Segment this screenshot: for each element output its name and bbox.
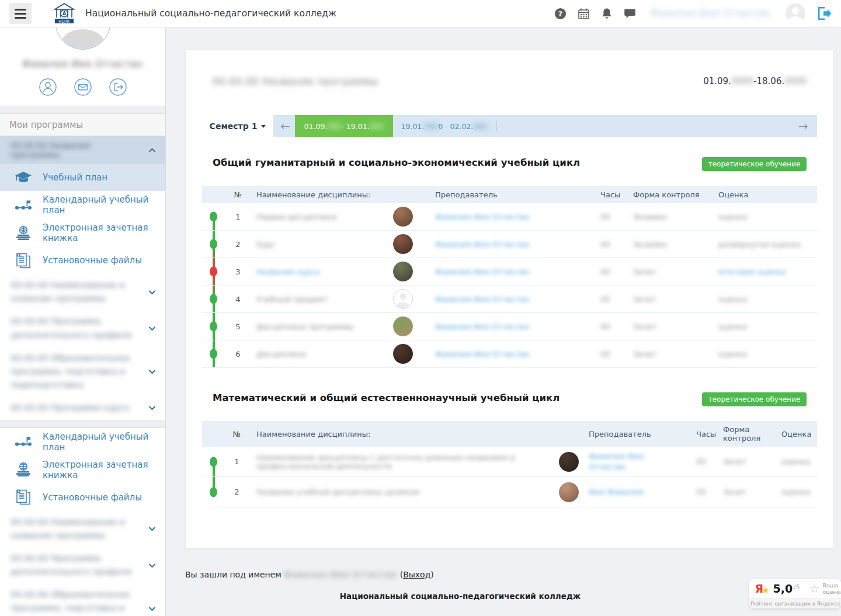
grade: оценка — [718, 350, 817, 359]
exit-icon[interactable] — [109, 78, 127, 96]
control-form-text: Зачет — [633, 267, 656, 276]
cycle-title: Общий гуманитарный и социально-экономиче… — [213, 157, 580, 168]
control-form-text: Зачет — [723, 457, 746, 466]
discipline-name-text: Дисциплина — [256, 350, 306, 359]
sidebar-item-grad-cap[interactable]: Учебный план — [0, 164, 165, 191]
milestones-icon — [13, 435, 34, 448]
prev-period-arrow[interactable]: ← — [280, 120, 290, 132]
teacher-name-text[interactable]: Фамилия Имя Отчество — [435, 213, 529, 221]
teacher-avatar[interactable] — [559, 482, 579, 502]
row-number: 4 — [225, 295, 256, 304]
teacher-avatar[interactable] — [559, 452, 579, 472]
sidebar-program-collapsed[interactable]: 00.00.00 Наименование и название програм… — [0, 274, 165, 310]
timeline-cell — [202, 286, 225, 312]
teacher-avatar[interactable] — [393, 316, 413, 336]
mail-icon[interactable] — [74, 78, 92, 96]
sidebar-item-label: Учебный план — [43, 172, 107, 183]
yandex-rating-widget[interactable]: Я ★ 5,0 /5 ☆ Вашаоценка Рейтинг организа… — [749, 579, 841, 608]
semester-period-tab[interactable]: 01.09.000 - 19.01.000 — [295, 115, 393, 137]
grade: оценка — [781, 488, 817, 496]
teacher-name-text[interactable]: Фамилия Имя Отчество — [435, 267, 529, 276]
help-icon[interactable]: ? — [554, 8, 567, 20]
teacher-name[interactable]: Фамилия Имя Отчество — [435, 350, 600, 359]
teacher-name-text[interactable]: Имя Фамилия — [589, 487, 643, 497]
files-icon — [13, 252, 34, 269]
timeline-cell — [202, 231, 225, 257]
chevron-down-icon — [148, 369, 156, 374]
teacher-name[interactable]: Имя Фамилия — [589, 487, 696, 497]
sidebar-item-milestones[interactable]: Календарный учебный план — [0, 428, 165, 456]
teacher-name[interactable]: Фамилия Имя Отчество — [435, 267, 600, 276]
program-name: 00.00.00 Наименование и название програм… — [11, 516, 135, 542]
control-form-text: Экзамен — [633, 240, 667, 249]
teacher-avatar[interactable] — [393, 262, 413, 281]
teacher-name[interactable]: Фамилия Имя Отчество — [435, 295, 600, 304]
sidebar-item-gradebook[interactable]: Электронная зачетная книжка — [0, 456, 165, 484]
sidebar-item-files[interactable]: Установочные файлы — [0, 247, 165, 274]
menu-button[interactable] — [9, 3, 32, 24]
sidebar-program-collapsed[interactable]: 00.00.00 Образовательная программа, подг… — [0, 583, 165, 616]
teacher-name[interactable]: Фамилия Имя Отчество — [435, 213, 600, 221]
bell-icon[interactable] — [601, 8, 613, 20]
control-form-text: Экзамен — [633, 213, 667, 221]
training-type-badge: теоретическое обучение — [702, 157, 807, 171]
grade[interactable]: итоговая оценка — [718, 267, 817, 276]
teacher-name[interactable]: Фамилия Имя Отчество — [435, 322, 600, 331]
teacher-name-text[interactable]: Фамилия Имя Отчество — [435, 322, 529, 331]
teacher-name-text[interactable]: Фамилия Имя Отчество — [435, 240, 529, 249]
sidebar-program-collapsed[interactable]: 00.00.00 Программа дополнительного профи… — [0, 310, 165, 346]
logout-icon[interactable] — [816, 6, 832, 20]
teacher-avatar[interactable] — [393, 289, 413, 309]
profile-icon[interactable] — [39, 78, 57, 96]
discipline-name-text: Первая дисциплина — [256, 213, 336, 221]
empty-star-icon[interactable]: ☆ — [809, 583, 819, 594]
semester-period-tab[interactable]: 19.01.0000 - 02.02.000 — [393, 122, 496, 131]
teacher-name[interactable]: Фамилия Имя Отчество — [435, 240, 600, 249]
teacher-name-text[interactable]: Фамилия Имя Отчество — [435, 350, 529, 359]
grade-text[interactable]: итоговая оценка — [718, 267, 786, 276]
sidebar-program-header-expanded[interactable]: 00.00.00 Название программы — [0, 136, 165, 164]
college-name-footer: Национальный социально-педагогический ко… — [185, 591, 735, 601]
sidebar-item-gradebook[interactable]: Электронная зачетная книжка — [0, 219, 165, 247]
teacher-avatar[interactable] — [393, 207, 413, 227]
calendar-icon[interactable] — [578, 8, 590, 20]
status-dot-green — [210, 487, 217, 497]
discipline-name-text[interactable]: Название курса — [256, 267, 319, 276]
program-name: 00.00.00 Программа курса — [11, 401, 135, 415]
your-rating-label[interactable]: Вашаоценка — [822, 582, 841, 595]
discipline-name[interactable]: Название курса — [256, 267, 391, 276]
hours: 00 — [696, 457, 723, 466]
grade: оценка — [781, 457, 817, 466]
sidebar-item-files[interactable]: Установочные файлы — [0, 484, 165, 511]
timeline-cell — [202, 477, 223, 507]
timeline-cell — [202, 203, 225, 230]
avatar[interactable] — [786, 4, 805, 23]
timeline-cell — [202, 447, 223, 476]
sidebar-item-milestones[interactable]: Календарный учебный план — [0, 191, 165, 219]
discipline-name: Дисциплина программы — [256, 322, 391, 331]
logout-link[interactable]: Выход — [403, 570, 430, 579]
teacher-name[interactable]: Фамилия Имя Отчество — [589, 451, 696, 472]
next-period-arrow[interactable]: → — [798, 120, 808, 132]
sidebar-item-label: Установочные файлы — [43, 492, 142, 503]
status-dot-green — [210, 322, 217, 332]
sidebar-item-label: Электронная зачетная книжка — [43, 460, 157, 481]
teacher-avatar[interactable] — [393, 234, 413, 254]
control-form: Зачет — [723, 488, 781, 496]
discipline-name-text: Название учебной дисциплины целиком — [256, 488, 419, 496]
teacher-name-text[interactable]: Фамилия Имя Отчество — [435, 295, 529, 304]
semester-select[interactable]: Семестр 1 — [202, 115, 273, 137]
discipline-name: Курс — [256, 240, 391, 249]
current-user-name[interactable]: Фамилия Имя Отчество — [651, 8, 771, 19]
sidebar-program-collapsed[interactable]: 00.00.00 Наименование и название програм… — [0, 511, 165, 547]
college-logo[interactable]: А НСПК — [53, 2, 76, 25]
sidebar-program-collapsed[interactable]: 00.00.00 Образовательная программа, подг… — [0, 347, 165, 397]
sidebar-program-collapsed[interactable]: 00.00.00 Программа курса — [0, 396, 165, 419]
teacher-avatar[interactable] — [393, 344, 413, 364]
sidebar-program-collapsed[interactable]: 00.00.00 Программа дополнительного профи… — [0, 547, 165, 583]
chat-icon[interactable] — [624, 8, 636, 19]
teacher-name-text[interactable]: Фамилия Имя Отчество — [589, 451, 656, 472]
control-form: Экзамен — [633, 240, 718, 249]
period-text: 19.01. — [401, 122, 425, 131]
profile-avatar[interactable] — [55, 27, 111, 50]
